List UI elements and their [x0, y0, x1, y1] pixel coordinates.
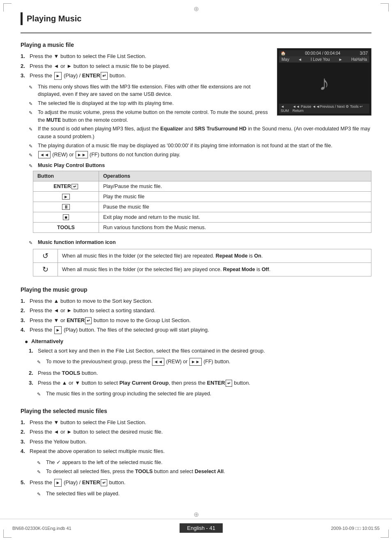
alt-step-1: 1. Select a sort key and then in the Fil… [29, 347, 371, 355]
alt-steps-2: 2. Press the TOOLS button. 3. Press the … [29, 369, 371, 387]
music-group-steps: 1. Press the ▲ button to move to the Sor… [21, 297, 371, 334]
page-container: ⊕ Playing Music Playing a music file 🏠 0… [0, 0, 392, 541]
note-text-6: ◄◄ (REW) or ►► (FF) buttons do not funct… [38, 151, 371, 159]
footer-right: 2009-10-09 □□ 10:01:55 [331, 526, 380, 531]
sel-note-1: ✎ The ✓ appears to the left of the selec… [37, 459, 371, 467]
note-icon-5: ✎ [29, 142, 38, 150]
func-icon-repeat-on: ↺ [33, 249, 58, 262]
table-row: ■ Exit play mode and return to the music… [33, 212, 371, 223]
step-3: 3. Press the ► (Play) / ENTER↵ button. [21, 72, 270, 80]
player-home-icon: 🏠 [281, 51, 286, 56]
alt-steps: 1. Select a sort key and then in the Fil… [29, 347, 371, 355]
table-row: TOOLS Run various functions from the Mus… [33, 223, 371, 233]
op-pause: Pause the music file [99, 202, 371, 212]
sel-step-3: 3. Press the Yellow button. [21, 438, 371, 446]
note-text-3: To adjust the music volume, press the vo… [38, 109, 270, 124]
table-row: ENTER↵ Play/Pause the music file. [33, 181, 371, 192]
op-stop: Exit play mode and return to the music l… [99, 212, 371, 223]
group-step-4: 4. Press the ► (Play) button. The files … [21, 326, 371, 334]
note-3: ✎ To adjust the music volume, press the … [29, 109, 270, 124]
subsection-music-group: Playing the music group [21, 286, 371, 293]
step-1: 1. Press the ▼ button to select the File… [21, 52, 270, 60]
page-footer: BN68-02330K-01Eng.indb 41 English - 41 2… [0, 519, 392, 533]
crop-mark-tr [380, 3, 389, 12]
sel-step-5: 5. Press the ► (Play) / ENTER↵ button. [21, 478, 371, 487]
col-button: Button [33, 171, 99, 181]
note-icon-1: ✎ [29, 83, 38, 91]
bullet-icon: ● [25, 338, 31, 345]
note-2: ✎ The selected file is displayed at the … [29, 100, 270, 107]
note-6: ✎ ◄◄ (REW) or ►► (FF) buttons do not fun… [29, 151, 371, 159]
table-row: ↻ When all music files in the folder (or… [33, 262, 371, 276]
btn-pause: ⏸ [33, 202, 99, 212]
subsection-selected-music: Playing the selected music files [21, 408, 371, 414]
note-text-1: This menu only shows files with the MP3 … [38, 83, 270, 99]
op-tools: Run various functions from the Music men… [99, 223, 371, 233]
note-text-2: The selected file is displayed at the to… [38, 100, 270, 107]
bottom-center-mark: ⊕ [194, 511, 199, 518]
music-note-icon: ♪ [319, 71, 330, 95]
alt-note-1: ✎ To move to the previous/next group, pr… [37, 358, 371, 366]
alt-note-2: ✎ The music files in the sorting group i… [37, 390, 371, 398]
music-function-table: ↺ When all music files in the folder (or… [33, 249, 371, 276]
note-text-4: If the sound is odd when playing MP3 fil… [38, 125, 371, 141]
note-icon-2: ✎ [29, 100, 38, 107]
btn-tools: TOOLS [33, 223, 99, 233]
note-icon-4: ✎ [29, 125, 38, 133]
sel-step-1: 1. Press the ▼ button to select the File… [21, 418, 371, 427]
player-screenshot: 🏠 00:00:04 / 00:04:04 3/37 May ◄ I Love … [277, 48, 371, 116]
note-5: ✎ The playing duration of a music file m… [29, 142, 371, 150]
step-2-content: Press the ◄ or ► button to select a musi… [30, 62, 270, 70]
alt-note-2-section: ✎ The music files in the sorting group i… [37, 390, 371, 398]
op-play: Play the music file [99, 192, 371, 202]
sel-note-section: ✎ The ✓ appears to the left of the selec… [37, 459, 371, 476]
sel-note-5-section: ✎ The selected files will be played. [37, 490, 371, 498]
note-4: ✎ If the sound is odd when playing MP3 f… [29, 125, 371, 141]
alt-note-1-section: ✎ To move to the previous/next group, pr… [37, 358, 371, 366]
alternatively-title: Alternatively [31, 338, 63, 344]
footer-left: BN68-02330K-01Eng.indb 41 [12, 526, 71, 531]
table-row: ► Play the music file [33, 192, 371, 202]
table-row: ↺ When all music files in the folder (or… [33, 249, 371, 262]
func-icon-repeat-off: ↻ [33, 262, 58, 276]
player-prev-btn: ◄ [298, 57, 302, 62]
sel-note-2: ✎ To deselect all selected files, press … [37, 468, 371, 476]
group-step-2: 2. Press the ◄ or ► button to select a s… [21, 306, 371, 315]
selected-steps-5: 5. Press the ► (Play) / ENTER↵ button. [21, 478, 371, 487]
step-3-num: 3. [21, 72, 30, 80]
player-main: ♪ [279, 63, 369, 104]
step-2: 2. Press the ◄ or ► button to select a m… [21, 62, 270, 70]
alt-step-2: 2. Press the TOOLS button. [29, 369, 371, 377]
music-control-title: Music Play Control Buttons [38, 162, 371, 169]
note-icon-6: ✎ [29, 151, 38, 159]
footer-center: English - 41 [180, 523, 223, 533]
step-3-content: Press the ► (Play) / ENTER↵ button. [30, 72, 270, 80]
player-time: 00:00:04 / 00:04:04 [305, 51, 340, 56]
section-divider [21, 33, 371, 33]
page-title: Playing Music [21, 12, 371, 25]
sel-step-4: 4. Repeat the above operation to select … [21, 447, 371, 455]
group-step-3: 3. Press the ▼ or ENTER↵ button to move … [21, 316, 371, 325]
player-current-track: I Love You [311, 57, 330, 62]
player-next-btn: ► [339, 57, 343, 62]
group-step-1: 1. Press the ▲ button to move to the Sor… [21, 297, 371, 305]
player-prev-track: May [281, 57, 289, 62]
music-control-label: ✎ Music Play Control Buttons [29, 162, 371, 169]
col-operations: Operations [99, 171, 371, 181]
player-next-track: HaHaHa [351, 57, 367, 62]
note-1: ✎ This menu only shows files with the MP… [29, 83, 270, 99]
alt-step-3: 3. Press the ▲ or ▼ button to select Pla… [29, 379, 371, 387]
player-top-bar: 🏠 00:00:04 / 00:04:04 3/37 [279, 50, 369, 56]
btn-play: ► [33, 192, 99, 202]
music-function-title: Music function information icon [38, 239, 371, 246]
center-mark: ⊕ [194, 5, 199, 13]
btn-enter: ENTER↵ [33, 181, 99, 192]
sel-note-5: ✎ The selected files will be played. [37, 490, 371, 498]
note-text-5: The playing duration of a music file may… [38, 142, 371, 150]
note-icon-3: ✎ [29, 109, 38, 116]
step-1-content: Press the ▼ button to select the File Li… [30, 52, 270, 60]
func-text-repeat-off: When all music files in the folder (or t… [58, 262, 371, 276]
player-controls: ◄◄ Pause ◄◄Previous / Next ⚙ Tools ↩ Ret… [293, 104, 368, 113]
note-icon-func: ✎ [29, 239, 38, 246]
note-icon-control: ✎ [29, 162, 38, 169]
